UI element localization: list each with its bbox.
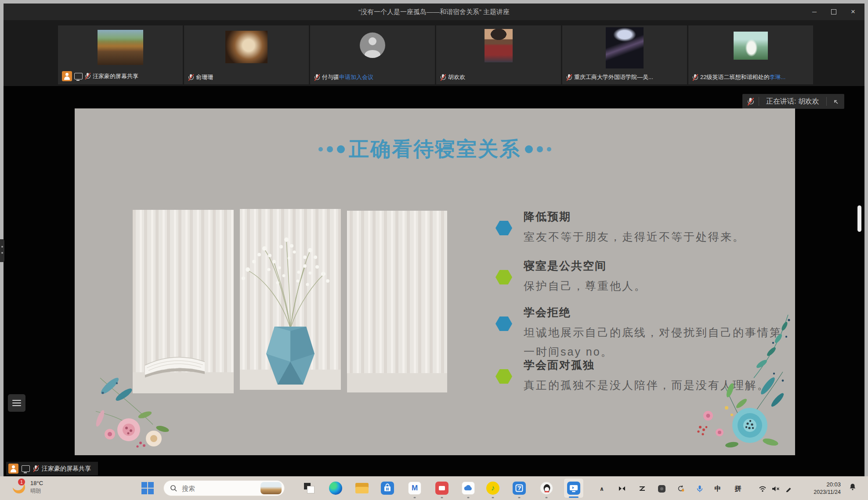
screen-share-stage: 正在讲话: 胡欢欢 正确看待寝室关系: [4, 86, 864, 476]
participant-video: [606, 27, 644, 68]
slide-title: 正确看待寝室关系: [349, 136, 521, 163]
tray-sync-icon[interactable]: [675, 484, 687, 493]
participant-tiles: 汪家豪的屏幕共享 俞珊珊 付与疆申请加入会议: [58, 25, 813, 84]
task-view-button[interactable]: [301, 480, 317, 496]
taskbar: 1 18°C 晴朗 M: [0, 476, 868, 500]
share-source-label[interactable]: 汪家豪的屏幕共享: [6, 462, 98, 475]
meeting-app-window: “没有一个人是一座孤岛——和谐宿舍关系” 主题讲座 ─ × 汪家豪的屏幕共享: [4, 4, 864, 476]
participant-tile[interactable]: 胡欢欢: [436, 25, 561, 84]
tray-overflow-chevron[interactable]: ∧: [596, 484, 608, 493]
collapse-arrow-icon: [832, 98, 839, 105]
screen: “没有一个人是一座孤岛——和谐宿舍关系” 主题讲座 ─ × 汪家豪的屏幕共享: [0, 0, 868, 500]
window-maximize-button[interactable]: [824, 4, 843, 20]
bullet-title: 寝室是公共空间: [524, 259, 647, 273]
title-dot: [537, 146, 543, 152]
title-dot: [525, 145, 533, 153]
participant-name-link[interactable]: 申请加入会议: [339, 74, 373, 80]
maximize-icon: [831, 9, 836, 14]
qq-music-button[interactable]: ♪: [485, 480, 501, 496]
title-dot: [337, 145, 345, 153]
pen-icon[interactable]: [783, 484, 795, 493]
participant-tile[interactable]: 付与疆申请加入会议: [310, 25, 435, 84]
speaking-label: 正在讲话: 胡欢欢: [759, 97, 826, 106]
window-controls: ─ ×: [805, 4, 863, 20]
start-button[interactable]: [140, 480, 156, 496]
title-dot: [327, 146, 333, 152]
participant-name-link[interactable]: 李琳...: [769, 74, 785, 80]
window-minimize-button[interactable]: ─: [805, 4, 824, 20]
participant-name: 22级英语二班想和谐相处的李琳...: [700, 73, 785, 81]
bullet-title: 降低预期: [524, 209, 745, 224]
ime-mode-indicator[interactable]: 拼: [732, 484, 744, 493]
leaf-sprig-decoration: [746, 311, 794, 383]
banner-collapse-button[interactable]: [827, 94, 844, 109]
muted-mic-icon: [440, 74, 446, 81]
tray-bowtie-icon[interactable]: [616, 484, 628, 493]
search-daily-image[interactable]: [260, 482, 282, 494]
red-app-button[interactable]: [434, 480, 450, 496]
muted-mic-icon: [188, 74, 194, 81]
window-close-button[interactable]: ×: [843, 4, 863, 20]
cloud-drive-button[interactable]: [460, 480, 476, 496]
search-input[interactable]: [181, 484, 244, 493]
blue-doc-app-icon: [513, 482, 526, 495]
weather-temp: 18°C: [30, 480, 43, 487]
muted-mic-icon: [566, 74, 572, 81]
screen-share-badge-icon: [8, 464, 18, 474]
ime-language-indicator[interactable]: 中: [712, 484, 724, 493]
weather-widget[interactable]: 1 18°C 晴朗: [11, 480, 43, 495]
speaking-banner[interactable]: 正在讲话: 胡欢欢: [742, 94, 844, 109]
taskbar-search[interactable]: [163, 480, 285, 496]
weather-condition: 晴朗: [30, 487, 43, 495]
participant-tile[interactable]: 重庆工商大学外国语学院—吴...: [562, 25, 687, 84]
default-avatar: [360, 32, 385, 58]
taskbar-clock[interactable]: 20:03 2023/11/24: [814, 481, 841, 496]
hexagon-bullet-icon: [495, 270, 512, 284]
file-explorer-button[interactable]: [354, 480, 370, 496]
qq-button[interactable]: [539, 480, 554, 496]
notification-badge: 1: [18, 478, 25, 486]
participant-tile[interactable]: 汪家豪的屏幕共享: [58, 25, 183, 84]
screen-share-icon: [22, 465, 30, 472]
hexagon-bullet-icon: [495, 317, 512, 331]
muted-mic-icon: [85, 72, 90, 80]
meeting-app-button-active[interactable]: [564, 478, 584, 498]
muted-mic-icon: [747, 97, 754, 106]
mail-app-button[interactable]: M: [407, 480, 423, 496]
red-app-icon: [435, 482, 448, 495]
notification-bell-button[interactable]: [849, 483, 857, 493]
titlebar[interactable]: “没有一个人是一座孤岛——和谐宿舍关系” 主题讲座: [4, 4, 864, 20]
wifi-icon[interactable]: [756, 484, 769, 493]
participant-tile[interactable]: 俞珊珊: [184, 25, 309, 84]
floral-decoration-left: [87, 367, 188, 455]
participant-video: [485, 29, 513, 62]
task-view-icon: [304, 483, 315, 493]
shared-slide: 正确看待寝室关系: [75, 108, 795, 455]
participant-name: 俞珊珊: [196, 73, 213, 81]
blue-doc-app-button[interactable]: [511, 480, 527, 496]
tray-z-icon[interactable]: [636, 484, 648, 493]
windows-logo-icon: [141, 482, 154, 494]
microsoft-store-button[interactable]: [380, 480, 395, 496]
participant-video: [98, 30, 143, 65]
clock-time: 20:03: [814, 481, 841, 489]
participant-tile[interactable]: 22级英语二班想和谐相处的李琳...: [688, 25, 813, 84]
store-icon: [381, 482, 394, 495]
active-app-indicator: [569, 496, 579, 498]
edge-icon: [329, 482, 342, 495]
minimize-icon: ─: [812, 8, 817, 15]
title-dot: [547, 147, 551, 151]
tray-dark-app-icon[interactable]: [655, 484, 668, 493]
side-panel-handle[interactable]: [857, 205, 861, 232]
hamburger-menu-button[interactable]: [8, 394, 25, 412]
hexagon-bullet-icon: [495, 221, 512, 235]
edge-docked-widget[interactable]: [0, 239, 4, 262]
weather-moon-icon: 1: [11, 480, 26, 495]
edge-browser-button[interactable]: [328, 480, 344, 496]
volume-muted-icon[interactable]: [770, 484, 782, 493]
qq-music-icon: ♪: [486, 482, 499, 495]
participant-name: 付与疆申请加入会议: [322, 73, 373, 81]
screen-share-badge-icon: [62, 71, 72, 81]
participant-name: 汪家豪的屏幕共享: [93, 72, 138, 80]
tray-voice-input-icon[interactable]: [693, 484, 705, 493]
